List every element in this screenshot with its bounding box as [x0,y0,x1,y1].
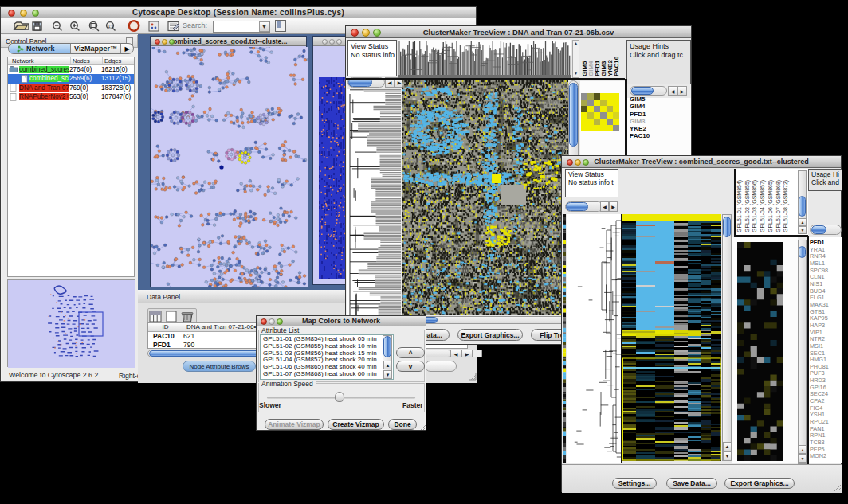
svg-text:1:1: 1:1 [108,24,114,29]
